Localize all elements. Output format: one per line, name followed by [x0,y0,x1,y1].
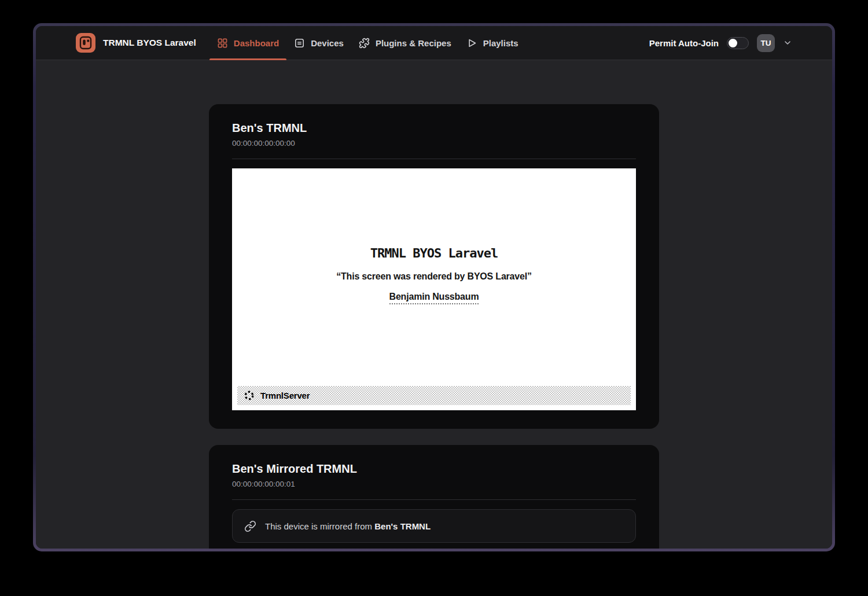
user-menu-button[interactable] [783,38,792,47]
device-mac-address: 00:00:00:00:00:01 [232,479,636,490]
navbar-right: Permit Auto-Join TU [649,26,792,60]
device-list: Ben's TRMNL 00:00:00:00:00:00 TRMNL BYOS… [209,104,659,549]
link-icon [244,520,256,532]
screen-author: Benjamin Nussbaum [389,292,479,304]
device-card-bens-mirrored-trmnl: Ben's Mirrored TRMNL 00:00:00:00:00:01 T… [209,445,659,549]
mirror-notice-prefix: This device is mirrored from [265,521,374,531]
nav-item-devices[interactable]: Devices [286,26,351,60]
app-window-frame: TRMNL BYOS Laravel Dashboard [33,23,835,551]
app-window: TRMNL BYOS Laravel Dashboard [36,26,832,549]
divider [232,159,636,159]
toggle-knob [729,39,737,47]
puzzle-icon [359,38,370,49]
nav-item-playlists[interactable]: Playlists [459,26,526,60]
permit-auto-join-toggle[interactable] [727,37,749,49]
device-name: Ben's Mirrored TRMNL [232,461,636,476]
nav-item-label: Devices [311,38,344,48]
spinner-icon [244,390,255,401]
nav-item-plugins-recipes[interactable]: Plugins & Recipes [351,26,459,60]
brand-home-link[interactable]: TRMNL BYOS Laravel [76,26,196,60]
mirror-notice-text: This device is mirrored from Ben's TRMNL [265,521,431,531]
dashboard-main: Ben's TRMNL 00:00:00:00:00:00 TRMNL BYOS… [36,60,832,549]
device-list-icon [294,38,305,49]
trmnl-logo [76,33,95,53]
device-screen-preview: TRMNL BYOS Laravel “This screen was rend… [232,168,636,410]
mirror-source-device: Ben's TRMNL [374,521,431,531]
user-avatar[interactable]: TU [757,34,775,52]
mirror-notice: This device is mirrored from Ben's TRMNL [232,509,636,543]
main-nav: Dashboard Devices Plugins & Recipes [209,26,526,60]
divider [232,499,636,500]
app-title: TRMNL BYOS Laravel [103,38,196,48]
screen-author-row: Benjamin Nussbaum [232,292,636,304]
device-card-bens-trmnl: Ben's TRMNL 00:00:00:00:00:00 TRMNL BYOS… [209,104,659,429]
play-icon [466,38,477,49]
device-name: Ben's TRMNL [232,120,636,135]
permit-auto-join-label: Permit Auto-Join [649,38,719,48]
grid-icon [217,38,228,49]
nav-item-dashboard[interactable]: Dashboard [209,26,286,60]
screen-quote: “This screen was rendered by BYOS Larave… [232,271,636,282]
navbar: TRMNL BYOS Laravel Dashboard [36,26,832,60]
screen-plugin-name: TrmnlServer [260,391,310,400]
trmnl-device-icon [76,33,95,53]
device-mac-address: 00:00:00:00:00:00 [232,138,636,149]
nav-item-label: Playlists [483,38,518,48]
screen-plugin-titlebar: TrmnlServer [237,386,631,405]
nav-item-label: Plugins & Recipes [376,38,451,48]
chevron-down-icon [783,38,792,47]
screen-title: TRMNL BYOS Laravel [232,168,636,260]
nav-item-label: Dashboard [234,38,279,48]
